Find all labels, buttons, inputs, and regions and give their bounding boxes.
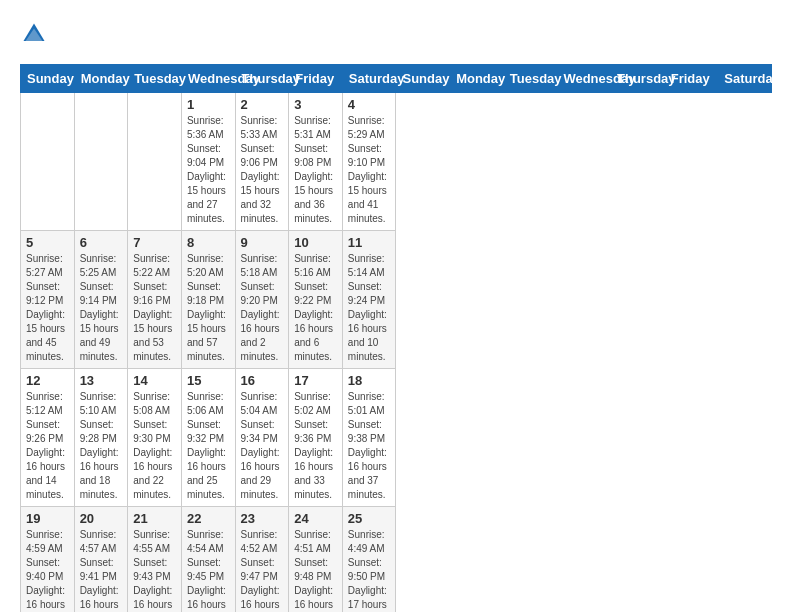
day-content: Sunrise: 5:08 AM Sunset: 9:30 PM Dayligh…: [133, 390, 176, 502]
day-number: 10: [294, 235, 337, 250]
calendar-week-row: 19Sunrise: 4:59 AM Sunset: 9:40 PM Dayli…: [21, 507, 772, 613]
day-content: Sunrise: 5:33 AM Sunset: 9:06 PM Dayligh…: [241, 114, 284, 226]
day-content: Sunrise: 4:49 AM Sunset: 9:50 PM Dayligh…: [348, 528, 391, 612]
calendar-cell: 7Sunrise: 5:22 AM Sunset: 9:16 PM Daylig…: [128, 231, 182, 369]
calendar-cell: 19Sunrise: 4:59 AM Sunset: 9:40 PM Dayli…: [21, 507, 75, 613]
logo: [20, 20, 52, 48]
day-header-sunday: Sunday: [396, 65, 450, 93]
day-content: Sunrise: 5:29 AM Sunset: 9:10 PM Dayligh…: [348, 114, 391, 226]
calendar-cell: 23Sunrise: 4:52 AM Sunset: 9:47 PM Dayli…: [235, 507, 289, 613]
day-number: 24: [294, 511, 337, 526]
page-header: [20, 20, 772, 48]
day-content: Sunrise: 5:36 AM Sunset: 9:04 PM Dayligh…: [187, 114, 230, 226]
calendar-cell: [74, 93, 128, 231]
calendar-week-row: 12Sunrise: 5:12 AM Sunset: 9:26 PM Dayli…: [21, 369, 772, 507]
day-number: 21: [133, 511, 176, 526]
calendar-header-row: SundayMondayTuesdayWednesdayThursdayFrid…: [21, 65, 772, 93]
day-number: 16: [241, 373, 284, 388]
day-content: Sunrise: 4:52 AM Sunset: 9:47 PM Dayligh…: [241, 528, 284, 612]
calendar-cell: [21, 93, 75, 231]
day-content: Sunrise: 4:51 AM Sunset: 9:48 PM Dayligh…: [294, 528, 337, 612]
calendar-cell: 15Sunrise: 5:06 AM Sunset: 9:32 PM Dayli…: [181, 369, 235, 507]
day-content: Sunrise: 5:27 AM Sunset: 9:12 PM Dayligh…: [26, 252, 69, 364]
day-content: Sunrise: 5:10 AM Sunset: 9:28 PM Dayligh…: [80, 390, 123, 502]
calendar-cell: 1Sunrise: 5:36 AM Sunset: 9:04 PM Daylig…: [181, 93, 235, 231]
day-content: Sunrise: 5:12 AM Sunset: 9:26 PM Dayligh…: [26, 390, 69, 502]
day-header-sunday: Sunday: [21, 65, 75, 93]
calendar-cell: 20Sunrise: 4:57 AM Sunset: 9:41 PM Dayli…: [74, 507, 128, 613]
day-header-friday: Friday: [664, 65, 718, 93]
day-content: Sunrise: 5:06 AM Sunset: 9:32 PM Dayligh…: [187, 390, 230, 502]
day-number: 12: [26, 373, 69, 388]
day-header-wednesday: Wednesday: [557, 65, 611, 93]
day-header-friday: Friday: [289, 65, 343, 93]
day-number: 9: [241, 235, 284, 250]
day-number: 3: [294, 97, 337, 112]
day-header-saturday: Saturday: [718, 65, 772, 93]
day-content: Sunrise: 5:20 AM Sunset: 9:18 PM Dayligh…: [187, 252, 230, 364]
calendar-cell: 18Sunrise: 5:01 AM Sunset: 9:38 PM Dayli…: [342, 369, 396, 507]
day-header-thursday: Thursday: [235, 65, 289, 93]
day-content: Sunrise: 5:14 AM Sunset: 9:24 PM Dayligh…: [348, 252, 391, 364]
calendar-cell: 14Sunrise: 5:08 AM Sunset: 9:30 PM Dayli…: [128, 369, 182, 507]
day-number: 8: [187, 235, 230, 250]
day-number: 2: [241, 97, 284, 112]
logo-icon: [20, 20, 48, 48]
day-number: 4: [348, 97, 391, 112]
calendar-cell: 12Sunrise: 5:12 AM Sunset: 9:26 PM Dayli…: [21, 369, 75, 507]
calendar-cell: 2Sunrise: 5:33 AM Sunset: 9:06 PM Daylig…: [235, 93, 289, 231]
day-content: Sunrise: 4:57 AM Sunset: 9:41 PM Dayligh…: [80, 528, 123, 612]
day-header-monday: Monday: [74, 65, 128, 93]
calendar-cell: 17Sunrise: 5:02 AM Sunset: 9:36 PM Dayli…: [289, 369, 343, 507]
day-number: 7: [133, 235, 176, 250]
day-header-wednesday: Wednesday: [181, 65, 235, 93]
day-header-monday: Monday: [450, 65, 504, 93]
day-number: 22: [187, 511, 230, 526]
day-number: 17: [294, 373, 337, 388]
day-number: 23: [241, 511, 284, 526]
day-content: Sunrise: 5:25 AM Sunset: 9:14 PM Dayligh…: [80, 252, 123, 364]
day-number: 14: [133, 373, 176, 388]
day-content: Sunrise: 5:04 AM Sunset: 9:34 PM Dayligh…: [241, 390, 284, 502]
day-content: Sunrise: 5:01 AM Sunset: 9:38 PM Dayligh…: [348, 390, 391, 502]
calendar-cell: 13Sunrise: 5:10 AM Sunset: 9:28 PM Dayli…: [74, 369, 128, 507]
day-content: Sunrise: 5:16 AM Sunset: 9:22 PM Dayligh…: [294, 252, 337, 364]
calendar-cell: 11Sunrise: 5:14 AM Sunset: 9:24 PM Dayli…: [342, 231, 396, 369]
calendar-week-row: 1Sunrise: 5:36 AM Sunset: 9:04 PM Daylig…: [21, 93, 772, 231]
day-header-tuesday: Tuesday: [128, 65, 182, 93]
day-number: 6: [80, 235, 123, 250]
day-header-tuesday: Tuesday: [503, 65, 557, 93]
calendar-cell: 21Sunrise: 4:55 AM Sunset: 9:43 PM Dayli…: [128, 507, 182, 613]
day-number: 13: [80, 373, 123, 388]
calendar-cell: 3Sunrise: 5:31 AM Sunset: 9:08 PM Daylig…: [289, 93, 343, 231]
day-content: Sunrise: 5:02 AM Sunset: 9:36 PM Dayligh…: [294, 390, 337, 502]
day-number: 20: [80, 511, 123, 526]
calendar-cell: 25Sunrise: 4:49 AM Sunset: 9:50 PM Dayli…: [342, 507, 396, 613]
day-number: 5: [26, 235, 69, 250]
calendar-cell: 16Sunrise: 5:04 AM Sunset: 9:34 PM Dayli…: [235, 369, 289, 507]
day-content: Sunrise: 4:55 AM Sunset: 9:43 PM Dayligh…: [133, 528, 176, 612]
calendar-cell: 6Sunrise: 5:25 AM Sunset: 9:14 PM Daylig…: [74, 231, 128, 369]
calendar-cell: 24Sunrise: 4:51 AM Sunset: 9:48 PM Dayli…: [289, 507, 343, 613]
day-number: 15: [187, 373, 230, 388]
day-header-thursday: Thursday: [611, 65, 665, 93]
day-content: Sunrise: 5:18 AM Sunset: 9:20 PM Dayligh…: [241, 252, 284, 364]
day-content: Sunrise: 5:31 AM Sunset: 9:08 PM Dayligh…: [294, 114, 337, 226]
calendar-cell: 4Sunrise: 5:29 AM Sunset: 9:10 PM Daylig…: [342, 93, 396, 231]
day-content: Sunrise: 5:22 AM Sunset: 9:16 PM Dayligh…: [133, 252, 176, 364]
calendar-cell: [128, 93, 182, 231]
day-number: 18: [348, 373, 391, 388]
calendar-cell: 10Sunrise: 5:16 AM Sunset: 9:22 PM Dayli…: [289, 231, 343, 369]
day-number: 1: [187, 97, 230, 112]
day-header-saturday: Saturday: [342, 65, 396, 93]
calendar-week-row: 5Sunrise: 5:27 AM Sunset: 9:12 PM Daylig…: [21, 231, 772, 369]
calendar-cell: 9Sunrise: 5:18 AM Sunset: 9:20 PM Daylig…: [235, 231, 289, 369]
day-number: 19: [26, 511, 69, 526]
calendar-table: SundayMondayTuesdayWednesdayThursdayFrid…: [20, 64, 772, 612]
calendar-cell: 8Sunrise: 5:20 AM Sunset: 9:18 PM Daylig…: [181, 231, 235, 369]
calendar-cell: 22Sunrise: 4:54 AM Sunset: 9:45 PM Dayli…: [181, 507, 235, 613]
day-number: 11: [348, 235, 391, 250]
calendar-cell: 5Sunrise: 5:27 AM Sunset: 9:12 PM Daylig…: [21, 231, 75, 369]
day-content: Sunrise: 4:59 AM Sunset: 9:40 PM Dayligh…: [26, 528, 69, 612]
day-number: 25: [348, 511, 391, 526]
